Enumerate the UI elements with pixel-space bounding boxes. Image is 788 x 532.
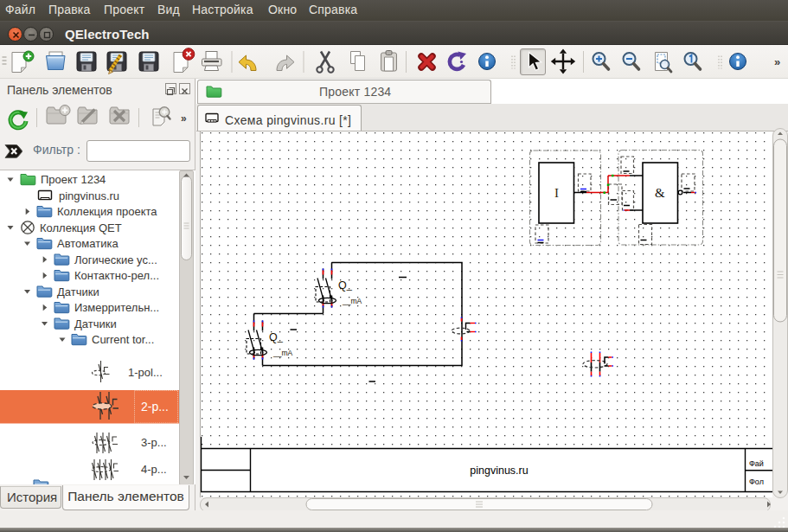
svg-text:Q_: Q_ (338, 279, 353, 292)
svg-text:Датчики: Датчики (74, 317, 117, 330)
svg-text:Контактно-рел...: Контактно-рел... (74, 269, 159, 282)
svg-text:4-p...: 4-p... (141, 463, 167, 476)
svg-text:Автоматика: Автоматика (57, 237, 119, 250)
svg-text:1-pol...: 1-pol... (128, 366, 163, 379)
svg-text:pingvinus.ru: pingvinus.ru (59, 189, 119, 202)
svg-text:Q_: Q_ (269, 331, 284, 343)
svg-text:2-p...: 2-p... (141, 400, 169, 413)
svg-text:pingvinus.ru: pingvinus.ru (470, 465, 528, 477)
svg-text:Current tor...: Current tor... (92, 333, 154, 346)
svg-text:Коллекция проекта: Коллекция проекта (57, 205, 157, 218)
svg-text:Фай: Фай (749, 459, 764, 468)
svg-text:&: & (655, 186, 665, 200)
svg-text:__mA: __mA (272, 349, 293, 357)
svg-text:Коллекция QET: Коллекция QET (40, 221, 122, 234)
svg-text:»: » (181, 112, 187, 125)
svg-text:»: » (774, 55, 780, 68)
svg-text:Датчики: Датчики (57, 285, 99, 298)
svg-text:Логические ус...: Логические ус... (74, 253, 157, 266)
svg-text:Измеррительн...: Измеррительн... (74, 301, 159, 314)
svg-text:I: I (554, 186, 559, 200)
svg-text:__mA: __mA (342, 297, 362, 305)
svg-text:Фол: Фол (749, 478, 764, 486)
svg-text:Проект 1234: Проект 1234 (41, 173, 106, 186)
svg-text:3-p...: 3-p... (141, 436, 167, 449)
